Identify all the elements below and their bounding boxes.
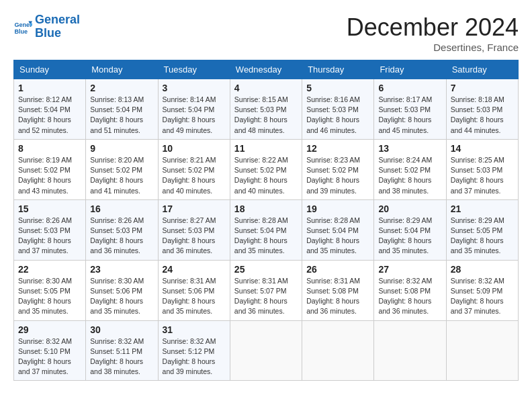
day-info: Sunrise: 8:12 AMSunset: 5:04 PMDaylight:…	[18, 95, 72, 134]
day-info: Sunrise: 8:23 AMSunset: 5:02 PMDaylight:…	[306, 156, 360, 195]
day-number: 10	[163, 143, 226, 154]
day-info: Sunrise: 8:32 AMSunset: 5:10 PMDaylight:…	[18, 337, 72, 376]
day-info: Sunrise: 8:31 AMSunset: 5:08 PMDaylight:…	[306, 277, 360, 316]
calendar-day-13: 13Sunrise: 8:24 AMSunset: 5:02 PMDayligh…	[374, 139, 446, 199]
day-number: 20	[378, 203, 441, 214]
calendar-day-6: 6Sunrise: 8:17 AMSunset: 5:03 PMDaylight…	[374, 79, 446, 140]
day-info: Sunrise: 8:19 AMSunset: 5:02 PMDaylight:…	[18, 156, 72, 195]
calendar-day-7: 7Sunrise: 8:18 AMSunset: 5:03 PMDaylight…	[446, 79, 518, 140]
calendar-day-29: 29Sunrise: 8:32 AMSunset: 5:10 PMDayligh…	[14, 320, 86, 381]
day-info: Sunrise: 8:26 AMSunset: 5:03 PMDaylight:…	[18, 216, 72, 255]
weekday-header-thursday: Thursday	[302, 60, 374, 79]
day-number: 14	[451, 143, 514, 154]
day-info: Sunrise: 8:27 AMSunset: 5:03 PMDaylight:…	[163, 216, 216, 255]
calendar-day-10: 10Sunrise: 8:21 AMSunset: 5:02 PMDayligh…	[158, 139, 230, 199]
month-title: December 2024	[347, 13, 519, 42]
calendar-day-19: 19Sunrise: 8:28 AMSunset: 5:04 PMDayligh…	[302, 199, 374, 260]
calendar-day-1: 1Sunrise: 8:12 AMSunset: 5:04 PMDaylight…	[14, 79, 86, 140]
logo: General Blue GeneralBlue	[13, 13, 80, 40]
day-number: 16	[90, 203, 153, 214]
day-number: 25	[234, 264, 298, 275]
day-number: 12	[306, 143, 369, 154]
day-number: 8	[18, 143, 81, 154]
day-number: 9	[90, 143, 153, 154]
day-number: 22	[18, 264, 81, 275]
day-number: 29	[18, 324, 81, 335]
day-number: 3	[163, 83, 226, 93]
calendar-day-28: 28Sunrise: 8:32 AMSunset: 5:09 PMDayligh…	[446, 260, 518, 320]
calendar-day-5: 5Sunrise: 8:16 AMSunset: 5:03 PMDaylight…	[302, 79, 374, 140]
calendar-day-11: 11Sunrise: 8:22 AMSunset: 5:02 PMDayligh…	[230, 139, 302, 199]
day-info: Sunrise: 8:29 AMSunset: 5:05 PMDaylight:…	[451, 216, 504, 255]
calendar-day-23: 23Sunrise: 8:30 AMSunset: 5:06 PMDayligh…	[86, 260, 158, 320]
calendar-day-16: 16Sunrise: 8:26 AMSunset: 5:03 PMDayligh…	[86, 199, 158, 260]
calendar-day-27: 27Sunrise: 8:32 AMSunset: 5:08 PMDayligh…	[374, 260, 446, 320]
day-info: Sunrise: 8:28 AMSunset: 5:04 PMDaylight:…	[234, 216, 288, 255]
weekday-header-row: SundayMondayTuesdayWednesdayThursdayFrid…	[14, 60, 519, 79]
day-info: Sunrise: 8:25 AMSunset: 5:03 PMDaylight:…	[451, 156, 504, 195]
day-info: Sunrise: 8:16 AMSunset: 5:03 PMDaylight:…	[306, 95, 360, 134]
calendar-day-4: 4Sunrise: 8:15 AMSunset: 5:03 PMDaylight…	[230, 79, 302, 140]
day-number: 18	[234, 203, 298, 214]
svg-text:Blue: Blue	[14, 28, 28, 35]
calendar-week-2: 8Sunrise: 8:19 AMSunset: 5:02 PMDaylight…	[14, 139, 519, 199]
calendar-day-26: 26Sunrise: 8:31 AMSunset: 5:08 PMDayligh…	[302, 260, 374, 320]
day-number: 2	[90, 83, 153, 93]
day-info: Sunrise: 8:30 AMSunset: 5:06 PMDaylight:…	[90, 277, 144, 316]
day-info: Sunrise: 8:20 AMSunset: 5:02 PMDaylight:…	[90, 156, 144, 195]
day-number: 7	[451, 83, 514, 93]
day-info: Sunrise: 8:17 AMSunset: 5:03 PMDaylight:…	[378, 95, 432, 134]
calendar-empty	[374, 320, 446, 381]
day-number: 15	[18, 203, 81, 214]
day-info: Sunrise: 8:21 AMSunset: 5:02 PMDaylight:…	[163, 156, 216, 195]
day-number: 23	[90, 264, 153, 275]
calendar-week-4: 22Sunrise: 8:30 AMSunset: 5:05 PMDayligh…	[14, 260, 519, 320]
day-number: 6	[378, 83, 441, 93]
calendar-day-31: 31Sunrise: 8:32 AMSunset: 5:12 PMDayligh…	[158, 320, 230, 381]
day-number: 31	[163, 324, 226, 335]
calendar-day-3: 3Sunrise: 8:14 AMSunset: 5:04 PMDaylight…	[158, 79, 230, 140]
day-info: Sunrise: 8:26 AMSunset: 5:03 PMDaylight:…	[90, 216, 144, 255]
day-number: 19	[306, 203, 369, 214]
day-info: Sunrise: 8:32 AMSunset: 5:11 PMDaylight:…	[90, 337, 144, 376]
page-header: General Blue GeneralBlue December 2024 D…	[13, 13, 519, 53]
calendar-day-30: 30Sunrise: 8:32 AMSunset: 5:11 PMDayligh…	[86, 320, 158, 381]
weekday-header-saturday: Saturday	[446, 60, 518, 79]
calendar-week-3: 15Sunrise: 8:26 AMSunset: 5:03 PMDayligh…	[14, 199, 519, 260]
calendar-week-5: 29Sunrise: 8:32 AMSunset: 5:10 PMDayligh…	[14, 320, 519, 381]
weekday-header-monday: Monday	[86, 60, 158, 79]
day-info: Sunrise: 8:32 AMSunset: 5:09 PMDaylight:…	[451, 277, 504, 316]
day-info: Sunrise: 8:31 AMSunset: 5:07 PMDaylight:…	[234, 277, 288, 316]
day-number: 26	[306, 264, 369, 275]
day-info: Sunrise: 8:31 AMSunset: 5:06 PMDaylight:…	[163, 277, 216, 316]
day-number: 24	[163, 264, 226, 275]
day-number: 11	[234, 143, 298, 154]
calendar-day-8: 8Sunrise: 8:19 AMSunset: 5:02 PMDaylight…	[14, 139, 86, 199]
calendar-day-15: 15Sunrise: 8:26 AMSunset: 5:03 PMDayligh…	[14, 199, 86, 260]
weekday-header-sunday: Sunday	[14, 60, 86, 79]
calendar-day-17: 17Sunrise: 8:27 AMSunset: 5:03 PMDayligh…	[158, 199, 230, 260]
day-info: Sunrise: 8:13 AMSunset: 5:04 PMDaylight:…	[90, 95, 144, 134]
calendar-day-18: 18Sunrise: 8:28 AMSunset: 5:04 PMDayligh…	[230, 199, 302, 260]
calendar-day-25: 25Sunrise: 8:31 AMSunset: 5:07 PMDayligh…	[230, 260, 302, 320]
calendar-day-2: 2Sunrise: 8:13 AMSunset: 5:04 PMDaylight…	[86, 79, 158, 140]
weekday-header-friday: Friday	[374, 60, 446, 79]
calendar-empty	[230, 320, 302, 381]
day-number: 21	[451, 203, 514, 214]
calendar-day-9: 9Sunrise: 8:20 AMSunset: 5:02 PMDaylight…	[86, 139, 158, 199]
day-info: Sunrise: 8:28 AMSunset: 5:04 PMDaylight:…	[306, 216, 360, 255]
day-number: 17	[163, 203, 226, 214]
day-number: 5	[306, 83, 369, 93]
day-info: Sunrise: 8:29 AMSunset: 5:04 PMDaylight:…	[378, 216, 432, 255]
day-info: Sunrise: 8:18 AMSunset: 5:03 PMDaylight:…	[451, 95, 504, 134]
day-info: Sunrise: 8:22 AMSunset: 5:02 PMDaylight:…	[234, 156, 288, 195]
day-number: 13	[378, 143, 441, 154]
calendar-week-1: 1Sunrise: 8:12 AMSunset: 5:04 PMDaylight…	[14, 79, 519, 140]
day-info: Sunrise: 8:24 AMSunset: 5:02 PMDaylight:…	[378, 156, 432, 195]
calendar-day-21: 21Sunrise: 8:29 AMSunset: 5:05 PMDayligh…	[446, 199, 518, 260]
logo-icon: General Blue	[13, 17, 32, 36]
day-info: Sunrise: 8:14 AMSunset: 5:04 PMDaylight:…	[163, 95, 216, 134]
calendar-day-12: 12Sunrise: 8:23 AMSunset: 5:02 PMDayligh…	[302, 139, 374, 199]
day-number: 28	[451, 264, 514, 275]
calendar-day-22: 22Sunrise: 8:30 AMSunset: 5:05 PMDayligh…	[14, 260, 86, 320]
